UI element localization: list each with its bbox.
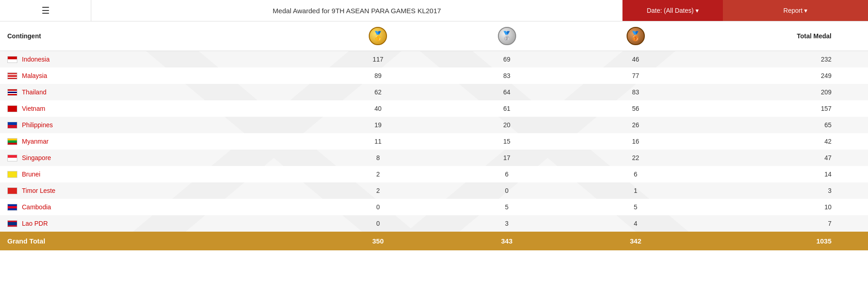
bronze-header: 🥉 (571, 21, 700, 51)
gold-count-laopdr: 0 (314, 215, 442, 232)
total-count-malaysia: 249 (700, 67, 868, 84)
bronze-count-brunei: 6 (571, 166, 700, 182)
bronze-count-myanmar: 16 (571, 133, 700, 150)
gold-header: 🥇 (314, 21, 442, 51)
table-row[interactable]: Vietnam406156157 (0, 100, 868, 117)
flag-philippines (7, 122, 17, 129)
menu-button[interactable]: ☰ (0, 0, 91, 21)
country-link-myanmar[interactable]: Myanmar (22, 138, 48, 145)
gold-count-brunei: 2 (314, 166, 442, 182)
bronze-count-indonesia: 46 (571, 51, 700, 68)
total-header: Total Medal (700, 21, 868, 51)
flag-myanmar (7, 138, 17, 145)
silver-count-myanmar: 15 (442, 133, 571, 150)
page-title: Medal Awarded for 9TH ASEAN PARA GAMES K… (91, 7, 622, 15)
table-row[interactable]: Cambodia05510 (0, 199, 868, 215)
flag-brunei (7, 171, 17, 178)
bronze-count-laopdr: 4 (571, 215, 700, 232)
gold-medal-icon: 🥇 (369, 27, 387, 45)
flag-singapore (7, 155, 17, 161)
medal-table: Contingent 🥇 🥈 🥉 Total Medal (0, 21, 868, 250)
silver-count-timorleste: 0 (442, 182, 571, 199)
silver-count-malaysia: 83 (442, 67, 571, 84)
silver-count-laopdr: 3 (442, 215, 571, 232)
flag-vietnam (7, 105, 17, 112)
table-row[interactable]: Indonesia1176946232 (0, 51, 868, 68)
gold-count-thailand: 62 (314, 84, 442, 100)
silver-count-brunei: 6 (442, 166, 571, 182)
bronze-medal-icon: 🥉 (627, 27, 645, 45)
country-link-indonesia[interactable]: Indonesia (22, 56, 50, 63)
table-row[interactable]: Malaysia898377249 (0, 67, 868, 84)
flag-laopdr (7, 220, 17, 227)
date-filter-button[interactable]: Date: (All Dates) ▾ (622, 0, 723, 21)
gold-count-cambodia: 0 (314, 199, 442, 215)
grand-total-gold: 350 (314, 232, 442, 250)
flag-indonesia (7, 56, 17, 63)
silver-count-singapore: 17 (442, 150, 571, 166)
total-count-timorleste: 3 (700, 182, 868, 199)
bronze-count-timorleste: 1 (571, 182, 700, 199)
table-row[interactable]: Thailand626483209 (0, 84, 868, 100)
silver-count-vietnam: 61 (442, 100, 571, 117)
total-count-brunei: 14 (700, 166, 868, 182)
total-count-philippines: 65 (700, 117, 868, 133)
gold-count-vietnam: 40 (314, 100, 442, 117)
total-count-singapore: 47 (700, 150, 868, 166)
gold-count-timorleste: 2 (314, 182, 442, 199)
total-count-thailand: 209 (700, 84, 868, 100)
bronze-count-philippines: 26 (571, 117, 700, 133)
report-label: Report ▾ (784, 7, 808, 14)
country-link-timorleste[interactable]: Timor Leste (22, 187, 55, 194)
flag-timorleste (7, 187, 17, 194)
report-button[interactable]: Report ▾ (723, 0, 868, 21)
flag-thailand (7, 89, 17, 96)
gold-count-philippines: 19 (314, 117, 442, 133)
gold-count-indonesia: 117 (314, 51, 442, 68)
table-row[interactable]: Brunei26614 (0, 166, 868, 182)
country-link-laopdr[interactable]: Lao PDR (22, 220, 48, 227)
total-count-indonesia: 232 (700, 51, 868, 68)
hamburger-icon: ☰ (42, 5, 50, 16)
grand-total-total: 1035 (700, 232, 868, 250)
table-row[interactable]: Singapore8172247 (0, 150, 868, 166)
table-row[interactable]: Myanmar11151642 (0, 133, 868, 150)
silver-header: 🥈 (442, 21, 571, 51)
date-filter-label: Date: (All Dates) ▾ (647, 7, 699, 14)
medal-table-container: Contingent 🥇 🥈 🥉 Total Medal (0, 21, 868, 250)
grand-total-bronze: 342 (571, 232, 700, 250)
table-row[interactable]: Lao PDR0347 (0, 215, 868, 232)
gold-count-singapore: 8 (314, 150, 442, 166)
country-link-singapore[interactable]: Singapore (22, 154, 51, 161)
country-link-thailand[interactable]: Thailand (22, 88, 47, 96)
silver-count-philippines: 20 (442, 117, 571, 133)
gold-count-myanmar: 11 (314, 133, 442, 150)
flag-cambodia (7, 204, 17, 211)
bronze-count-malaysia: 77 (571, 67, 700, 84)
country-link-philippines[interactable]: Philippines (22, 121, 53, 129)
country-link-malaysia[interactable]: Malaysia (22, 72, 47, 79)
flag-malaysia (7, 73, 17, 79)
table-row[interactable]: Timor Leste2013 (0, 182, 868, 199)
bronze-count-cambodia: 5 (571, 199, 700, 215)
total-count-laopdr: 7 (700, 215, 868, 232)
country-link-vietnam[interactable]: Vietnam (22, 105, 45, 112)
total-count-cambodia: 10 (700, 199, 868, 215)
table-header-row: Contingent 🥇 🥈 🥉 Total Medal (0, 21, 868, 51)
silver-count-cambodia: 5 (442, 199, 571, 215)
silver-count-thailand: 64 (442, 84, 571, 100)
grand-total-silver: 343 (442, 232, 571, 250)
country-link-brunei[interactable]: Brunei (22, 171, 40, 178)
country-link-cambodia[interactable]: Cambodia (22, 203, 51, 211)
grand-total-row: Grand Total3503433421035 (0, 232, 868, 250)
table-row[interactable]: Philippines19202665 (0, 117, 868, 133)
total-count-vietnam: 157 (700, 100, 868, 117)
silver-count-indonesia: 69 (442, 51, 571, 68)
bronze-count-thailand: 83 (571, 84, 700, 100)
total-count-myanmar: 42 (700, 133, 868, 150)
bronze-count-vietnam: 56 (571, 100, 700, 117)
bronze-count-singapore: 22 (571, 150, 700, 166)
gold-count-malaysia: 89 (314, 67, 442, 84)
silver-medal-icon: 🥈 (498, 27, 516, 45)
page-header: ☰ Medal Awarded for 9TH ASEAN PARA GAMES… (0, 0, 868, 21)
